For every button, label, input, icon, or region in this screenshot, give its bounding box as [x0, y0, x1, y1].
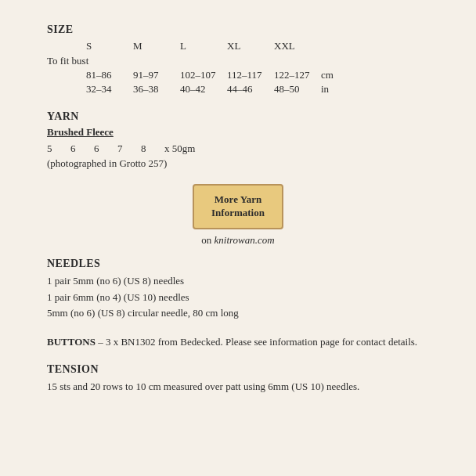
yarn-l: 6 — [94, 142, 117, 156]
website-line: on knitrowan.com — [47, 234, 429, 247]
yarn-s: 5 — [47, 142, 70, 156]
needles-line1: 1 pair 5mm (no 6) (US 8) needles — [47, 273, 429, 290]
cm-row: 81–86 91–97 102–107 112–117 122–127 cm — [47, 68, 368, 82]
yarn-subtitle: Brushed Fleece — [47, 126, 429, 139]
in-m: 36–38 — [133, 82, 180, 96]
more-yarn-line1: More Yarn — [215, 193, 261, 205]
in-unit: in — [321, 82, 368, 96]
size-xl: XL — [227, 39, 274, 54]
more-yarn-container: More Yarn Information — [47, 184, 429, 229]
cm-l: 102–107 — [180, 68, 227, 82]
cm-m: 91–97 — [133, 68, 180, 82]
yarn-xxl: 8 — [141, 142, 164, 156]
website-url[interactable]: knitrowan.com — [215, 234, 275, 246]
photographed-note: (photographed in Grotto 257) — [47, 157, 429, 170]
size-section: SIZE S M L XL XXL To fit bust 81–86 91–9… — [47, 23, 429, 96]
in-l: 40–42 — [180, 82, 227, 96]
size-header-row: S M L XL XXL — [47, 39, 368, 54]
more-yarn-button[interactable]: More Yarn Information — [193, 184, 283, 229]
buttons-dash: – — [96, 336, 106, 348]
size-m: M — [133, 39, 180, 54]
in-s: 32–34 — [86, 82, 133, 96]
cm-xl: 112–117 — [227, 68, 274, 82]
needles-section: NEEDLES 1 pair 5mm (no 6) (US 8) needles… — [47, 258, 429, 322]
yarn-xl: 7 — [117, 142, 141, 156]
yarn-values-row: 5 6 6 7 8 x 50gm — [47, 142, 211, 156]
in-xxl: 48–50 — [274, 82, 321, 96]
buttons-section: BUTTONS – 3 x BN1302 from Bedecked. Plea… — [47, 334, 429, 351]
yarn-table: 5 6 6 7 8 x 50gm — [47, 142, 211, 156]
more-yarn-line2: Information — [211, 207, 265, 218]
yarn-section: YARN Brushed Fleece 5 6 6 7 8 x 50gm (ph… — [47, 110, 429, 170]
yarn-m: 6 — [70, 142, 94, 156]
size-l: L — [180, 39, 227, 54]
size-table: S M L XL XXL To fit bust 81–86 91–97 102… — [47, 39, 368, 96]
to-fit-label-row: To fit bust — [47, 54, 368, 68]
cm-unit: cm — [321, 68, 368, 82]
tension-title: TENSION — [47, 363, 429, 376]
cm-s: 81–86 — [86, 68, 133, 82]
to-fit-label: To fit bust — [47, 54, 321, 68]
size-empty-cell — [47, 39, 86, 54]
tension-text: 15 sts and 20 rows to 10 cm measured ove… — [47, 379, 429, 395]
yarn-unit: x 50gm — [164, 142, 211, 156]
size-title: SIZE — [47, 23, 429, 36]
size-s: S — [86, 39, 133, 54]
buttons-text: BUTTONS – 3 x BN1302 from Bedecked. Plea… — [47, 334, 429, 351]
buttons-title: BUTTONS — [47, 336, 96, 348]
in-xl: 44–46 — [227, 82, 274, 96]
needles-title: NEEDLES — [47, 258, 429, 270]
needles-line3: 5mm (no 6) (US 8) circular needle, 80 cm… — [47, 305, 429, 322]
in-empty — [47, 82, 86, 96]
yarn-title: YARN — [47, 110, 429, 123]
in-row: 32–34 36–38 40–42 44–46 48–50 in — [47, 82, 368, 96]
needles-line2: 1 pair 6mm (no 4) (US 10) needles — [47, 290, 429, 306]
website-prefix: on — [201, 234, 214, 246]
tension-section: TENSION 15 sts and 20 rows to 10 cm meas… — [47, 363, 429, 395]
cm-empty — [47, 68, 86, 82]
buttons-detail: 3 x BN1302 from Bedecked. Please see inf… — [106, 336, 417, 348]
size-xxl: XXL — [274, 39, 321, 54]
cm-xxl: 122–127 — [274, 68, 321, 82]
